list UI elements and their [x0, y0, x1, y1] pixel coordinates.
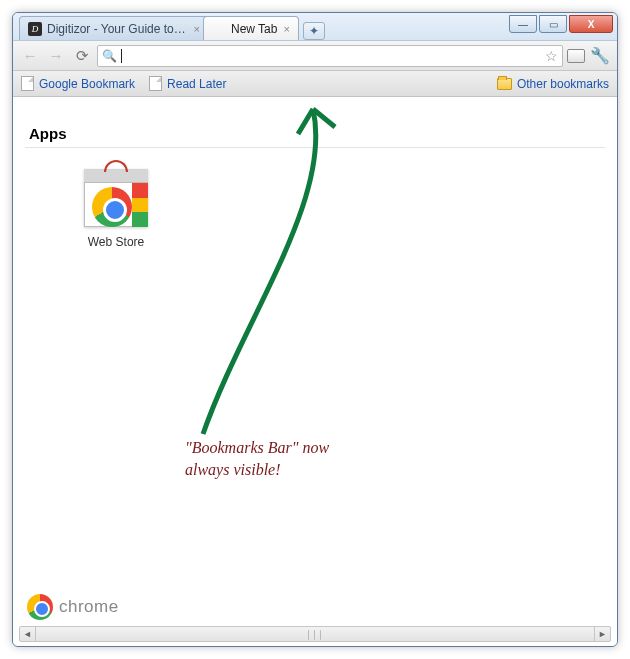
address-bar[interactable]: 🔍 ☆	[97, 45, 563, 67]
folder-icon	[497, 78, 512, 90]
titlebar: D Digitizor - Your Guide to … × New Tab …	[13, 13, 617, 41]
tab-strip: D Digitizor - Your Guide to … × New Tab …	[19, 16, 325, 40]
page-content: Apps Web Store "Bookmarks Bar" now alway…	[13, 97, 617, 646]
new-tab-icon: ✦	[309, 24, 319, 38]
bookmark-google-bookmark[interactable]: Google Bookmark	[21, 76, 135, 91]
tab-new-tab[interactable]: New Tab ×	[203, 16, 299, 40]
divider	[25, 147, 605, 148]
annotation-text: "Bookmarks Bar" now always visible!	[185, 437, 415, 480]
browser-window: D Digitizor - Your Guide to … × New Tab …	[12, 12, 618, 647]
chrome-icon	[27, 594, 53, 620]
apps-heading: Apps	[29, 125, 67, 142]
tab-label: New Tab	[231, 22, 277, 36]
tab-digitizor[interactable]: D Digitizor - Your Guide to … ×	[19, 16, 209, 40]
other-bookmarks-label: Other bookmarks	[517, 77, 609, 91]
favicon-blank	[212, 22, 226, 36]
bookmark-label: Google Bookmark	[39, 77, 135, 91]
tab-label: Digitizor - Your Guide to …	[47, 22, 188, 36]
app-tile-label: Web Store	[61, 235, 171, 249]
forward-button[interactable]: →	[45, 45, 67, 67]
web-store-icon	[84, 169, 148, 227]
page-icon	[21, 76, 34, 91]
minimize-button[interactable]: —	[509, 15, 537, 33]
settings-wrench-icon[interactable]: 🔧	[589, 45, 611, 67]
maximize-button[interactable]: ▭	[539, 15, 567, 33]
scroll-left-icon[interactable]: ◄	[20, 627, 36, 641]
annotation-line: "Bookmarks Bar" now	[185, 437, 415, 459]
page-icon	[149, 76, 162, 91]
horizontal-scrollbar[interactable]: ◄ │││ ►	[19, 626, 611, 642]
scroll-right-icon[interactable]: ►	[594, 627, 610, 641]
back-button[interactable]: ←	[19, 45, 41, 67]
bookmarks-bar: Google Bookmark Read Later Other bookmar…	[13, 71, 617, 97]
bookmark-read-later[interactable]: Read Later	[149, 76, 226, 91]
annotation-arrow-icon	[183, 99, 383, 439]
close-tab-icon[interactable]: ×	[194, 23, 200, 35]
page-action-icon[interactable]	[567, 49, 585, 63]
app-tile-web-store[interactable]: Web Store	[61, 169, 171, 249]
chrome-wordmark: chrome	[59, 597, 119, 617]
new-tab-button[interactable]: ✦	[303, 22, 325, 40]
search-icon: 🔍	[102, 49, 117, 63]
annotation-line: always visible!	[185, 459, 415, 481]
close-window-button[interactable]: X	[569, 15, 613, 33]
reload-button[interactable]: ⟳	[71, 45, 93, 67]
bookmark-star-icon[interactable]: ☆	[545, 48, 558, 64]
scrollbar-grip-icon: │││	[306, 630, 324, 639]
bookmark-label: Read Later	[167, 77, 226, 91]
other-bookmarks-button[interactable]: Other bookmarks	[497, 77, 609, 91]
window-controls: — ▭ X	[509, 13, 617, 33]
nav-toolbar: ← → ⟳ 🔍 ☆ 🔧	[13, 41, 617, 71]
close-tab-icon[interactable]: ×	[283, 23, 289, 35]
text-caret	[121, 49, 122, 63]
chrome-logo: chrome	[27, 594, 119, 620]
favicon-digitizor: D	[28, 22, 42, 36]
